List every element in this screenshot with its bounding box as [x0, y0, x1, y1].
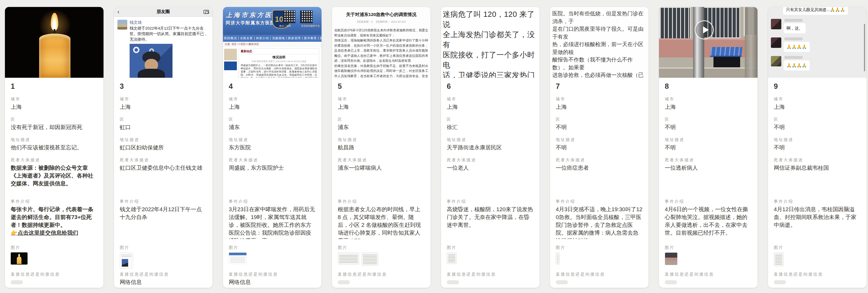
property-label-direct: 直接信息还是间接信息	[556, 271, 643, 277]
property-value-address: 他们不应该被漠视甚至忘记。	[11, 144, 98, 151]
concrete-beam	[745, 7, 757, 78]
card-cover-hospital-website-screenshot: 上海市东方医院 同济大学附属东方医院 100 微信二维码 患者移动服务平台 医院…	[223, 7, 321, 78]
back-chevron-icon[interactable]: ‹	[117, 8, 119, 15]
image-thumbnail-screenshot[interactable]	[229, 253, 247, 264]
gallery-card-1[interactable]: 1 城市 上海 区 没有死于新冠，却因新冠而死 地址描述 他们不应该被漠视甚至忘…	[5, 7, 103, 288]
statement-title: 情况说明	[241, 55, 317, 59]
property-value-direct: 网络信息	[120, 278, 207, 286]
property-value-deceased: 一位癌症患者	[556, 164, 643, 193]
image-thumbnail-candle[interactable]	[11, 253, 28, 265]
card-title: 6	[447, 82, 534, 90]
property-value-city: 上海	[11, 103, 98, 111]
property-value-address: 航昌路	[338, 144, 425, 151]
property-label-deceased: 死者大体描述	[556, 157, 643, 163]
image-thumbnail-text[interactable]	[447, 253, 457, 264]
property-label-district: 区	[774, 117, 861, 122]
moments-post: 钱文雄 钱文雄于2022年4月12日下午一点十九分去世。疫情期间一切从简。家属目…	[114, 17, 213, 78]
property-value-district: 不明	[556, 123, 643, 131]
camera-icon[interactable]	[204, 10, 209, 14]
image-thumbnail-screenshot[interactable]	[120, 253, 133, 269]
metal-pole	[693, 7, 704, 78]
property-value-city: 上海	[665, 103, 752, 111]
property-value-district: 徐汇	[447, 123, 534, 131]
property-value-address: 东方医院	[229, 144, 316, 151]
property-label-event: 事件介绍	[120, 199, 207, 204]
property-label-image: 图片	[120, 245, 207, 250]
property-value-direct: 网络信息	[229, 278, 316, 286]
blurred-username	[784, 56, 803, 59]
property-label-address: 地址描述	[774, 137, 861, 142]
card-title: 1	[11, 82, 98, 90]
empty-value-pill	[556, 280, 568, 284]
report-body: 在航昌路376弄小区120急救医生未向求救患者施救的情况，我委立即连夜启动调查，…	[334, 28, 428, 78]
gallery-card-5[interactable]: 关于对浦东120急救中心的调查情况 【信息来源：】 【信息时间： 2022-03…	[332, 7, 431, 288]
image-thumbnail-document[interactable]	[338, 253, 359, 265]
chat-message: 只有其女儿眼见其病逝...🙏🙏🙏	[783, 7, 848, 15]
site-nav-menu[interactable]: 医院概况 | 名医名家 | 科室介绍 | 党建园地 | 医政管理 | 医学教育 …	[223, 35, 321, 42]
property-label-deceased: 死者大体描述	[447, 157, 534, 163]
qr-label: 患者移动服务平台	[301, 24, 320, 28]
property-value-district: 不明	[774, 123, 861, 131]
property-label-district: 区	[11, 117, 98, 122]
card-title: 5	[338, 82, 425, 90]
property-value-event: 根据患者女儿公布的时间线，早上 8 点，其父哮喘发作、晕倒。随后，小区 2 名做…	[338, 205, 425, 239]
property-value-event: 钱文雄于2022年4月12日下午一点十九分自杀	[120, 205, 207, 239]
gallery-card-9[interactable]: 只有其女儿眼见其病逝...🙏🙏🙏 啊，这。 🙏🙏🙏🙏	[768, 7, 867, 288]
property-value-district: 虹口	[120, 123, 207, 131]
property-label-deceased: 死者大体描述	[774, 157, 861, 163]
scrollbar[interactable]	[864, 24, 865, 71]
image-thumbnail-document[interactable]	[774, 253, 784, 266]
statement-body: 周盛妮为我院护士，一直在院内从事非一线相关工作。3月23日在家中哮喘发作，用药后…	[241, 64, 317, 78]
candle-body	[39, 34, 70, 78]
qr-code	[283, 10, 296, 23]
property-value-event: 4月3日突感不适，晚上19:30叫了120急救。当时面临全员核酸，三甲医院门急诊…	[556, 205, 643, 239]
gallery-card-6[interactable]: 迷病危了叫 120，120 来了说 全上海发热门诊都关了，没有 医院接收，打了一…	[441, 7, 539, 288]
card-cover-wechat-moments-screenshot: ‹ 朋友圈 钱文雄 钱文雄于2022年4月12日下午一点十九分去世。疫情期间一切…	[114, 7, 213, 78]
property-value-city: 上海	[120, 103, 207, 111]
gallery-card-4[interactable]: 上海市东方医院 同济大学附属东方医院 100 微信二维码 患者移动服务平台 医院…	[223, 7, 321, 288]
gallery-card-3[interactable]: ‹ 朋友圈 钱文雄 钱文雄于2022年4月12日下午一点十九分去世。疫情期间一切…	[114, 7, 213, 288]
card-title: 3	[120, 82, 207, 90]
property-label-direct: 直接信息还是间接信息	[229, 271, 316, 277]
image-thumbnail-document[interactable]	[362, 253, 378, 266]
property-value-district: 不明	[665, 123, 752, 131]
property-label-event: 事件介绍	[774, 199, 861, 204]
event-text: 每张卡片、每行记录，代表着一条逝去的鲜活生命。目前有73+位死者！数据持续更新中…	[11, 206, 93, 228]
property-label-event: 事件介绍	[556, 199, 643, 204]
submit-info-link[interactable]: 👉点击这里提交信息给我们	[11, 229, 98, 237]
play-button[interactable]	[694, 20, 714, 39]
property-label-event: 事件介绍	[447, 199, 534, 204]
property-label-address: 地址描述	[120, 137, 207, 142]
gallery-card-8[interactable]: 8 城市 上海 区 不明 地址描述 不明 死者大体描述 一位透析病人 事件介绍 …	[659, 7, 757, 288]
property-label-address: 地址描述	[338, 137, 425, 142]
gallery-card-7[interactable]: 医院。当时有些低烧，但是发热门诊在消杀，于 是在门口的黑夜里等待了很久。可是由于…	[550, 7, 649, 288]
qr-label: 微信二维码	[279, 24, 291, 28]
photo-detail	[138, 69, 165, 78]
property-label-deceased: 死者大体描述	[665, 157, 752, 163]
property-label-city: 城市	[774, 96, 861, 101]
property-label-deceased: 死者大体描述	[120, 157, 207, 163]
property-label-city: 城市	[447, 96, 534, 101]
avatar	[771, 37, 781, 48]
blue-awning	[710, 47, 742, 57]
building-wall	[659, 38, 757, 57]
property-label-district: 区	[120, 117, 207, 122]
property-value-district: 浦东	[338, 123, 425, 131]
property-value-address: 不明	[556, 144, 643, 151]
property-label-image: 图片	[11, 245, 98, 250]
property-value-district: 浦东	[229, 123, 316, 131]
property-label-city: 城市	[338, 96, 425, 101]
avatar	[771, 56, 781, 66]
section-title: 最新动态	[241, 49, 317, 54]
property-label-city: 城市	[229, 96, 316, 101]
property-value-city: 上海	[774, 103, 861, 111]
card-cover-investigation-report: 关于对浦东120急救中心的调查情况 【信息来源：】 【信息时间： 2022-03…	[332, 7, 431, 78]
property-label-event: 事件介绍	[229, 199, 316, 204]
property-label-city: 城市	[11, 96, 98, 101]
property-label-direct: 直接信息还是间接信息	[447, 271, 534, 277]
card-cover-candle-photo	[5, 7, 103, 78]
image-thumbnail-text[interactable]	[556, 253, 560, 265]
image-thumbnail-building[interactable]	[665, 253, 678, 265]
property-label-district: 区	[229, 117, 316, 122]
property-label-event: 事件介绍	[338, 199, 425, 204]
